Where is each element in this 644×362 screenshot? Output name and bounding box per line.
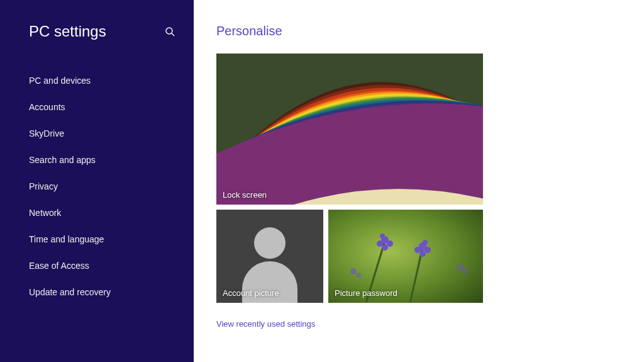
- svg-point-13: [425, 247, 431, 253]
- sidebar-item-time-and-language[interactable]: Time and language: [29, 228, 194, 251]
- sidebar-item-search-and-apps[interactable]: Search and apps: [29, 149, 194, 171]
- tile-label: Lock screen: [223, 190, 267, 200]
- sidebar-item-label: Ease of Access: [29, 261, 89, 271]
- svg-point-9: [382, 244, 388, 251]
- svg-point-15: [423, 240, 428, 245]
- sidebar-item-skydrive[interactable]: SkyDrive: [29, 122, 194, 145]
- sidebar-title: PC settings: [29, 23, 106, 40]
- main-content: Personalise: [194, 0, 644, 362]
- sidebar-item-label: Privacy: [29, 181, 58, 191]
- tile-lock-screen[interactable]: Lock screen: [216, 54, 483, 205]
- svg-point-18: [457, 264, 464, 271]
- tile-label: Account picture: [223, 288, 279, 298]
- tile-row-top: Lock screen: [216, 54, 619, 205]
- sidebar-item-label: PC and devices: [29, 76, 91, 86]
- sidebar-item-accounts[interactable]: Accounts: [29, 96, 194, 118]
- svg-point-19: [463, 269, 468, 274]
- svg-point-0: [166, 28, 172, 34]
- tile-row-bottom: Account picture: [216, 210, 619, 303]
- avatar-placeholder-icon: [254, 227, 286, 259]
- svg-point-8: [387, 240, 393, 247]
- svg-point-10: [380, 234, 385, 239]
- sidebar-item-label: Network: [29, 208, 61, 218]
- tile-label: Picture password: [335, 288, 397, 298]
- sidebar-item-update-and-recovery[interactable]: Update and recovery: [29, 281, 194, 303]
- svg-point-7: [377, 240, 383, 247]
- page-title: Personalise: [216, 24, 619, 38]
- sidebar-item-label: Accounts: [29, 102, 65, 112]
- tile-picture-password[interactable]: Picture password: [328, 210, 483, 303]
- sidebar-list: PC and devices Accounts SkyDrive Search …: [29, 69, 194, 303]
- sidebar-item-privacy[interactable]: Privacy: [29, 175, 194, 198]
- sidebar-item-label: Search and apps: [29, 155, 96, 165]
- sidebar-item-pc-and-devices[interactable]: PC and devices: [29, 69, 194, 92]
- sidebar-item-network[interactable]: Network: [29, 201, 194, 224]
- sidebar-item-label: Time and language: [29, 234, 104, 244]
- tile-grid: Lock screen Account picture: [216, 54, 619, 303]
- sidebar-item-ease-of-access[interactable]: Ease of Access: [29, 254, 194, 277]
- svg-point-12: [414, 247, 421, 253]
- view-recently-used-settings-link[interactable]: View recently used settings: [216, 319, 619, 329]
- svg-point-14: [419, 251, 426, 257]
- sidebar-header: PC settings: [29, 23, 194, 40]
- svg-point-16: [350, 268, 357, 274]
- tile-account-picture[interactable]: Account picture: [216, 210, 323, 303]
- sidebar: PC settings PC and devices Accounts SkyD…: [0, 0, 194, 362]
- lock-screen-image: [216, 54, 483, 205]
- sidebar-item-label: SkyDrive: [29, 128, 64, 139]
- sidebar-item-label: Update and recovery: [29, 287, 111, 297]
- svg-point-17: [356, 273, 361, 278]
- svg-line-1: [172, 33, 174, 36]
- search-icon[interactable]: [165, 26, 175, 37]
